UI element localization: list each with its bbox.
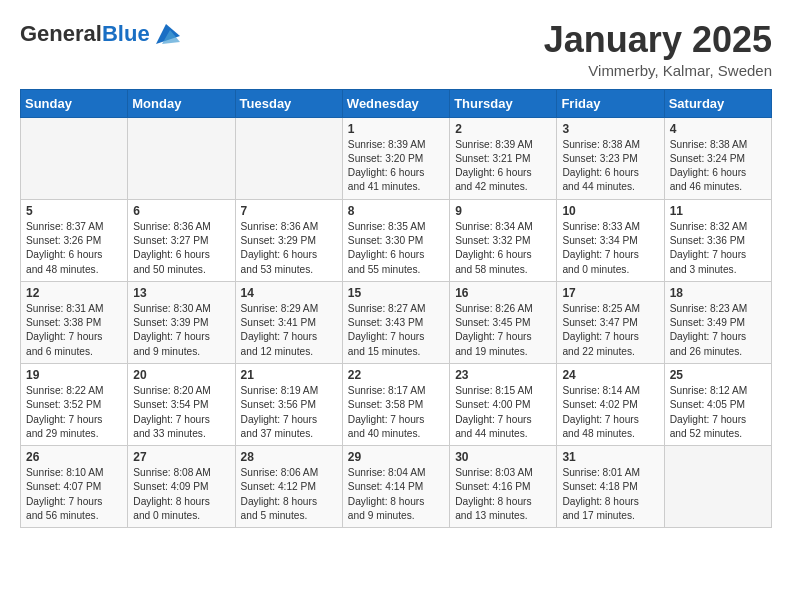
- day-number: 25: [670, 368, 766, 382]
- day-number: 30: [455, 450, 551, 464]
- calendar-cell: 19Sunrise: 8:22 AMSunset: 3:52 PMDayligh…: [21, 363, 128, 445]
- cell-content: Sunrise: 8:23 AMSunset: 3:49 PMDaylight:…: [670, 302, 766, 359]
- day-number: 16: [455, 286, 551, 300]
- calendar-cell: 21Sunrise: 8:19 AMSunset: 3:56 PMDayligh…: [235, 363, 342, 445]
- calendar-cell: 13Sunrise: 8:30 AMSunset: 3:39 PMDayligh…: [128, 281, 235, 363]
- calendar-cell: 8Sunrise: 8:35 AMSunset: 3:30 PMDaylight…: [342, 199, 449, 281]
- logo-blue: Blue: [102, 21, 150, 46]
- cell-content: Sunrise: 8:12 AMSunset: 4:05 PMDaylight:…: [670, 384, 766, 441]
- cell-content: Sunrise: 8:39 AMSunset: 3:20 PMDaylight:…: [348, 138, 444, 195]
- day-number: 24: [562, 368, 658, 382]
- cell-content: Sunrise: 8:35 AMSunset: 3:30 PMDaylight:…: [348, 220, 444, 277]
- calendar-cell: 23Sunrise: 8:15 AMSunset: 4:00 PMDayligh…: [450, 363, 557, 445]
- day-number: 6: [133, 204, 229, 218]
- calendar-header-row: SundayMondayTuesdayWednesdayThursdayFrid…: [21, 89, 772, 117]
- cell-content: Sunrise: 8:32 AMSunset: 3:36 PMDaylight:…: [670, 220, 766, 277]
- weekday-header: Thursday: [450, 89, 557, 117]
- day-number: 12: [26, 286, 122, 300]
- cell-content: Sunrise: 8:10 AMSunset: 4:07 PMDaylight:…: [26, 466, 122, 523]
- calendar-cell: 20Sunrise: 8:20 AMSunset: 3:54 PMDayligh…: [128, 363, 235, 445]
- calendar-cell: 29Sunrise: 8:04 AMSunset: 4:14 PMDayligh…: [342, 446, 449, 528]
- day-number: 13: [133, 286, 229, 300]
- calendar-cell: 18Sunrise: 8:23 AMSunset: 3:49 PMDayligh…: [664, 281, 771, 363]
- day-number: 3: [562, 122, 658, 136]
- cell-content: Sunrise: 8:27 AMSunset: 3:43 PMDaylight:…: [348, 302, 444, 359]
- day-number: 1: [348, 122, 444, 136]
- cell-content: Sunrise: 8:14 AMSunset: 4:02 PMDaylight:…: [562, 384, 658, 441]
- calendar-cell: 26Sunrise: 8:10 AMSunset: 4:07 PMDayligh…: [21, 446, 128, 528]
- cell-content: Sunrise: 8:29 AMSunset: 3:41 PMDaylight:…: [241, 302, 337, 359]
- cell-content: Sunrise: 8:19 AMSunset: 3:56 PMDaylight:…: [241, 384, 337, 441]
- calendar-cell: 7Sunrise: 8:36 AMSunset: 3:29 PMDaylight…: [235, 199, 342, 281]
- weekday-header: Wednesday: [342, 89, 449, 117]
- day-number: 14: [241, 286, 337, 300]
- calendar-cell: 2Sunrise: 8:39 AMSunset: 3:21 PMDaylight…: [450, 117, 557, 199]
- day-number: 20: [133, 368, 229, 382]
- calendar-cell: 30Sunrise: 8:03 AMSunset: 4:16 PMDayligh…: [450, 446, 557, 528]
- cell-content: Sunrise: 8:36 AMSunset: 3:27 PMDaylight:…: [133, 220, 229, 277]
- day-number: 31: [562, 450, 658, 464]
- logo-icon: [152, 20, 180, 48]
- title-block: January 2025 Vimmerby, Kalmar, Sweden: [544, 20, 772, 79]
- cell-content: Sunrise: 8:22 AMSunset: 3:52 PMDaylight:…: [26, 384, 122, 441]
- day-number: 7: [241, 204, 337, 218]
- cell-content: Sunrise: 8:38 AMSunset: 3:24 PMDaylight:…: [670, 138, 766, 195]
- calendar-cell: 5Sunrise: 8:37 AMSunset: 3:26 PMDaylight…: [21, 199, 128, 281]
- cell-content: Sunrise: 8:03 AMSunset: 4:16 PMDaylight:…: [455, 466, 551, 523]
- calendar-cell: [235, 117, 342, 199]
- cell-content: Sunrise: 8:17 AMSunset: 3:58 PMDaylight:…: [348, 384, 444, 441]
- cell-content: Sunrise: 8:39 AMSunset: 3:21 PMDaylight:…: [455, 138, 551, 195]
- calendar-week-row: 5Sunrise: 8:37 AMSunset: 3:26 PMDaylight…: [21, 199, 772, 281]
- cell-content: Sunrise: 8:31 AMSunset: 3:38 PMDaylight:…: [26, 302, 122, 359]
- calendar-cell: 24Sunrise: 8:14 AMSunset: 4:02 PMDayligh…: [557, 363, 664, 445]
- day-number: 8: [348, 204, 444, 218]
- cell-content: Sunrise: 8:01 AMSunset: 4:18 PMDaylight:…: [562, 466, 658, 523]
- calendar-cell: 4Sunrise: 8:38 AMSunset: 3:24 PMDaylight…: [664, 117, 771, 199]
- day-number: 15: [348, 286, 444, 300]
- page: GeneralBlue January 2025 Vimmerby, Kalma…: [0, 0, 792, 538]
- day-number: 29: [348, 450, 444, 464]
- header: GeneralBlue January 2025 Vimmerby, Kalma…: [20, 20, 772, 79]
- day-number: 26: [26, 450, 122, 464]
- logo: GeneralBlue: [20, 20, 180, 48]
- cell-content: Sunrise: 8:15 AMSunset: 4:00 PMDaylight:…: [455, 384, 551, 441]
- calendar-cell: 22Sunrise: 8:17 AMSunset: 3:58 PMDayligh…: [342, 363, 449, 445]
- day-number: 5: [26, 204, 122, 218]
- cell-content: Sunrise: 8:08 AMSunset: 4:09 PMDaylight:…: [133, 466, 229, 523]
- month-title: January 2025: [544, 20, 772, 60]
- day-number: 23: [455, 368, 551, 382]
- cell-content: Sunrise: 8:04 AMSunset: 4:14 PMDaylight:…: [348, 466, 444, 523]
- cell-content: Sunrise: 8:37 AMSunset: 3:26 PMDaylight:…: [26, 220, 122, 277]
- calendar-cell: 14Sunrise: 8:29 AMSunset: 3:41 PMDayligh…: [235, 281, 342, 363]
- day-number: 10: [562, 204, 658, 218]
- calendar-cell: 6Sunrise: 8:36 AMSunset: 3:27 PMDaylight…: [128, 199, 235, 281]
- calendar-cell: 27Sunrise: 8:08 AMSunset: 4:09 PMDayligh…: [128, 446, 235, 528]
- day-number: 17: [562, 286, 658, 300]
- day-number: 19: [26, 368, 122, 382]
- calendar-cell: 28Sunrise: 8:06 AMSunset: 4:12 PMDayligh…: [235, 446, 342, 528]
- calendar-cell: 15Sunrise: 8:27 AMSunset: 3:43 PMDayligh…: [342, 281, 449, 363]
- calendar-cell: 9Sunrise: 8:34 AMSunset: 3:32 PMDaylight…: [450, 199, 557, 281]
- day-number: 28: [241, 450, 337, 464]
- calendar-week-row: 26Sunrise: 8:10 AMSunset: 4:07 PMDayligh…: [21, 446, 772, 528]
- cell-content: Sunrise: 8:33 AMSunset: 3:34 PMDaylight:…: [562, 220, 658, 277]
- logo-general: General: [20, 21, 102, 46]
- calendar-cell: 1Sunrise: 8:39 AMSunset: 3:20 PMDaylight…: [342, 117, 449, 199]
- cell-content: Sunrise: 8:38 AMSunset: 3:23 PMDaylight:…: [562, 138, 658, 195]
- cell-content: Sunrise: 8:25 AMSunset: 3:47 PMDaylight:…: [562, 302, 658, 359]
- cell-content: Sunrise: 8:20 AMSunset: 3:54 PMDaylight:…: [133, 384, 229, 441]
- location: Vimmerby, Kalmar, Sweden: [544, 62, 772, 79]
- weekday-header: Monday: [128, 89, 235, 117]
- calendar-cell: 25Sunrise: 8:12 AMSunset: 4:05 PMDayligh…: [664, 363, 771, 445]
- day-number: 9: [455, 204, 551, 218]
- cell-content: Sunrise: 8:36 AMSunset: 3:29 PMDaylight:…: [241, 220, 337, 277]
- calendar-week-row: 19Sunrise: 8:22 AMSunset: 3:52 PMDayligh…: [21, 363, 772, 445]
- day-number: 4: [670, 122, 766, 136]
- weekday-header: Friday: [557, 89, 664, 117]
- day-number: 2: [455, 122, 551, 136]
- day-number: 27: [133, 450, 229, 464]
- calendar-week-row: 12Sunrise: 8:31 AMSunset: 3:38 PMDayligh…: [21, 281, 772, 363]
- calendar-cell: 3Sunrise: 8:38 AMSunset: 3:23 PMDaylight…: [557, 117, 664, 199]
- day-number: 11: [670, 204, 766, 218]
- cell-content: Sunrise: 8:06 AMSunset: 4:12 PMDaylight:…: [241, 466, 337, 523]
